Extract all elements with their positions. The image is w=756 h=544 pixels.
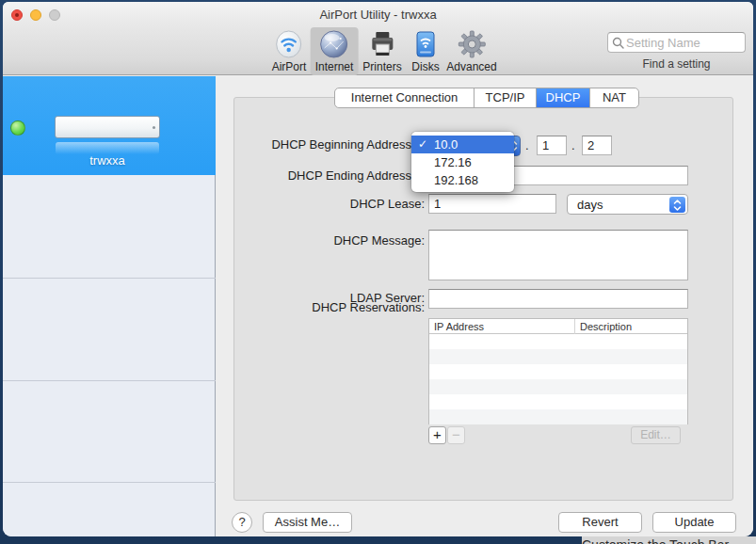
toolbar-item-printers[interactable]: Printers	[358, 27, 406, 75]
dhcp-beginning-address-label: DHCP Beginning Address	[216, 137, 411, 152]
airport-device-image	[55, 116, 160, 138]
device-sidebar: trwxxa	[3, 76, 216, 536]
reservations-table-header: IP Address Description	[429, 319, 687, 334]
status-green-icon	[10, 120, 25, 136]
tab-bar: Internet Connection TCP/IP DHCP NAT	[334, 88, 639, 108]
toolbar-label-advanced: Advanced	[446, 60, 496, 73]
column-divider	[574, 319, 575, 334]
add-reservation-button[interactable]: +	[428, 426, 446, 444]
toolbar-label-disks: Disks	[411, 60, 439, 73]
update-button[interactable]: Update	[652, 512, 736, 533]
message-textarea[interactable]	[429, 231, 687, 280]
tab-internet-connection[interactable]: Internet Connection	[335, 88, 474, 107]
table-row	[429, 349, 687, 364]
octet-separator: .	[525, 138, 529, 152]
toolbar-label-printers: Printers	[362, 60, 401, 73]
toolbar-label-airport: AirPort	[272, 60, 307, 73]
search-caption: Find a setting	[607, 57, 746, 71]
ldap-server-input[interactable]	[429, 290, 687, 308]
lease-input[interactable]	[429, 195, 555, 213]
main-content: Internet Connection TCP/IP DHCP NAT DHCP…	[216, 76, 753, 536]
sidebar-empty-row	[3, 279, 216, 381]
reservations-table[interactable]: IP Address Description	[428, 318, 688, 424]
window-header: AirPort Utility - trwxxa AirPort	[3, 2, 753, 75]
gear-icon	[457, 28, 487, 60]
table-row	[429, 394, 687, 409]
revert-button[interactable]: Revert	[558, 512, 642, 533]
lease-unit-value: days	[577, 198, 603, 212]
device-name-label: trwxxa	[3, 153, 212, 168]
column-description[interactable]: Description	[580, 321, 632, 332]
window-title: AirPort Utility - trwxxa	[3, 8, 753, 22]
printer-icon	[367, 28, 397, 60]
dhcp-ending-address-label: DHCP Ending Address	[216, 168, 411, 183]
search-field[interactable]	[607, 32, 746, 53]
dhcp-lease-label: DHCP Lease:	[216, 197, 425, 211]
ldap-server-field[interactable]	[428, 289, 688, 309]
beginning-address-menu: ✓ 10.0 172.16 192.168	[411, 132, 514, 192]
octet3-input[interactable]	[583, 136, 611, 154]
toolbar-item-disks[interactable]: Disks	[406, 27, 445, 75]
octet2-field[interactable]	[537, 136, 567, 155]
background-window-text: Customize the Touch Bar	[582, 536, 756, 544]
octet3-field[interactable]	[582, 136, 612, 155]
toolbar-item-advanced[interactable]: Advanced	[442, 27, 501, 75]
stepper-icon[interactable]	[669, 197, 685, 213]
table-row	[429, 364, 687, 379]
octet-separator: .	[571, 138, 575, 152]
assist-me-button[interactable]: Assist Me…	[263, 512, 352, 533]
disk-icon	[410, 28, 441, 60]
internet-globe-icon	[318, 28, 350, 60]
tab-dhcp[interactable]: DHCP	[536, 88, 589, 107]
lease-field[interactable]	[428, 194, 556, 214]
message-field[interactable]	[428, 230, 688, 280]
tab-nat[interactable]: NAT	[589, 88, 638, 107]
octet2-input[interactable]	[538, 136, 566, 154]
toolbar-item-internet[interactable]: Internet	[311, 27, 359, 75]
sidebar-empty-rows	[3, 175, 216, 483]
sidebar-empty-row	[3, 381, 216, 483]
remove-reservation-button: −	[447, 426, 465, 444]
airport-utility-window: AirPort Utility - trwxxa AirPort	[3, 2, 753, 536]
menu-item-172-16[interactable]: 172.16	[411, 153, 514, 171]
table-row	[429, 409, 687, 424]
desktop-background: AirPort Utility - trwxxa AirPort	[0, 0, 756, 544]
reservations-table-body	[429, 334, 687, 424]
table-row	[429, 334, 687, 349]
menu-item-192-168[interactable]: 192.168	[411, 171, 514, 189]
search-input[interactable]	[626, 36, 741, 50]
table-row	[429, 379, 687, 394]
airport-icon	[274, 28, 304, 60]
sidebar-item-trwxxa[interactable]: trwxxa	[3, 76, 216, 175]
edit-reservation-button: Edit…	[631, 426, 681, 444]
toolbar-item-airport[interactable]: AirPort	[267, 27, 312, 75]
tab-tcpip[interactable]: TCP/IP	[474, 88, 536, 107]
checkmark-icon: ✓	[418, 136, 427, 153]
menu-item-10-0[interactable]: ✓ 10.0	[411, 136, 514, 153]
column-ip-address[interactable]: IP Address	[434, 321, 484, 332]
help-button[interactable]: ?	[232, 512, 252, 533]
dhcp-reservations-label: DHCP Reservations:	[216, 300, 425, 314]
toolbar-label-internet: Internet	[315, 60, 354, 73]
search-icon	[612, 37, 624, 49]
dhcp-message-label: DHCP Message:	[216, 233, 425, 248]
lease-unit-popup[interactable]: days	[567, 194, 688, 215]
sidebar-empty-row	[3, 175, 216, 279]
